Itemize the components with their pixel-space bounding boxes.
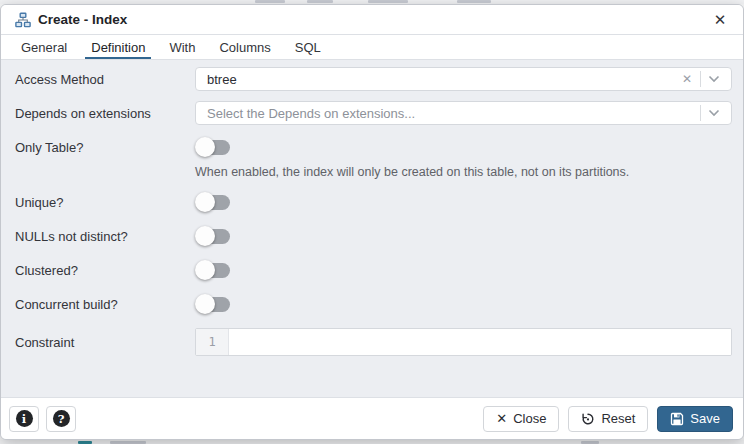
clustered-row: Clustered? <box>1 260 743 280</box>
constraint-code-editor[interactable]: 1 <box>195 328 732 356</box>
chevron-down-icon[interactable] <box>703 109 725 117</box>
clustered-label: Clustered? <box>15 263 195 278</box>
definition-panel: Access Method btree ✕ Depends on extensi… <box>1 60 743 397</box>
dialog-close-icon[interactable]: ✕ <box>709 9 731 31</box>
tab-definition[interactable]: Definition <box>79 35 157 59</box>
sql-info-button[interactable]: i <box>9 406 39 432</box>
unique-row: Unique? <box>1 192 743 212</box>
constraint-label: Constraint <box>15 335 195 350</box>
unique-toggle[interactable] <box>195 193 230 211</box>
concurrent-build-label: Concurrent build? <box>15 297 195 312</box>
tab-columns[interactable]: Columns <box>207 35 282 59</box>
index-icon <box>15 12 31 28</box>
line-number-gutter: 1 <box>196 329 229 355</box>
nulls-not-distinct-label: NULLs not distinct? <box>15 229 195 244</box>
concurrent-build-toggle[interactable] <box>195 295 230 313</box>
dialog-footer: i ? ✕ Close Reset <box>1 397 743 439</box>
background-page-bottom <box>0 440 744 444</box>
constraint-row: Constraint 1 <box>1 328 743 356</box>
select-divider <box>700 71 701 87</box>
dialog-tabbar: General Definition With Columns SQL <box>1 35 743 60</box>
tab-with[interactable]: With <box>157 35 207 59</box>
nulls-not-distinct-toggle[interactable] <box>195 227 230 245</box>
depends-select[interactable]: Select the Depends on extensions... <box>195 101 732 125</box>
dialog-title: Create - Index <box>38 12 127 27</box>
close-x-icon: ✕ <box>496 412 507 425</box>
access-method-label: Access Method <box>15 72 195 87</box>
close-button-label: Close <box>513 411 546 426</box>
dialog-titlebar: Create - Index ✕ <box>1 5 743 35</box>
depends-row: Depends on extensions Select the Depends… <box>1 101 743 125</box>
info-icon: i <box>16 410 33 427</box>
help-icon: ? <box>53 410 70 427</box>
concurrent-build-row: Concurrent build? <box>1 294 743 314</box>
reset-button[interactable]: Reset <box>568 406 648 432</box>
tab-general[interactable]: General <box>9 35 79 59</box>
only-table-label: Only Table? <box>15 140 195 155</box>
chevron-down-icon[interactable] <box>703 75 725 83</box>
only-table-toggle[interactable] <box>195 138 230 156</box>
only-table-helper: When enabled, the index will only be cre… <box>195 165 629 179</box>
unique-label: Unique? <box>15 195 195 210</box>
only-table-helper-row: When enabled, the index will only be cre… <box>1 162 743 180</box>
reset-icon <box>581 412 595 426</box>
access-method-row: Access Method btree ✕ <box>1 67 743 91</box>
access-method-value: btree <box>207 72 676 87</box>
reset-button-label: Reset <box>601 411 635 426</box>
only-table-row: Only Table? <box>1 137 743 157</box>
clear-selection-icon[interactable]: ✕ <box>676 72 698 86</box>
depends-placeholder: Select the Depends on extensions... <box>207 106 698 121</box>
access-method-select[interactable]: btree ✕ <box>195 67 732 91</box>
tab-sql[interactable]: SQL <box>283 35 333 59</box>
clustered-toggle[interactable] <box>195 261 230 279</box>
constraint-input[interactable] <box>229 329 731 355</box>
nulls-not-distinct-row: NULLs not distinct? <box>1 226 743 246</box>
create-index-dialog: Create - Index ✕ General Definition With… <box>0 4 744 440</box>
depends-label: Depends on extensions <box>15 106 195 121</box>
save-button[interactable]: Save <box>657 406 733 432</box>
help-button[interactable]: ? <box>46 406 76 432</box>
save-button-label: Save <box>690 411 720 426</box>
select-divider <box>700 105 701 121</box>
close-button[interactable]: ✕ Close <box>483 406 559 432</box>
save-icon <box>670 412 684 426</box>
